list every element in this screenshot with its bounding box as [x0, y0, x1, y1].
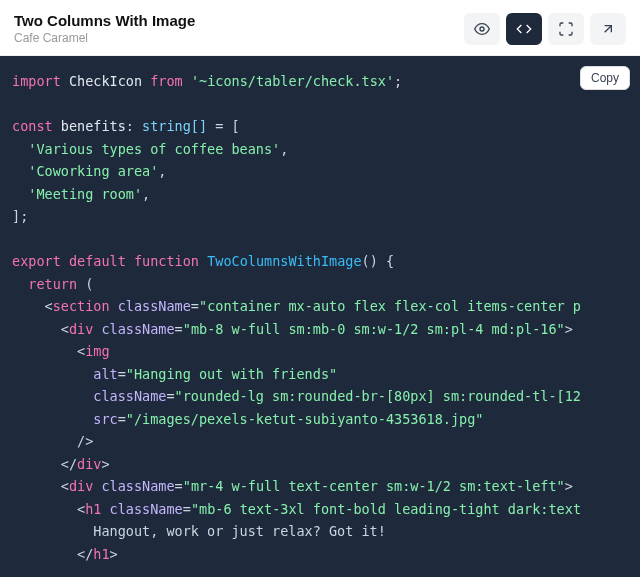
code-panel: Copy import CheckIcon from '~icons/table… [0, 56, 640, 577]
toolbar [464, 13, 626, 45]
external-link-icon [600, 21, 616, 37]
code-icon [516, 21, 532, 37]
svg-line-1 [605, 25, 612, 32]
open-button[interactable] [590, 13, 626, 45]
eye-icon [474, 21, 490, 37]
expand-icon [558, 21, 574, 37]
page-title: Two Columns With Image [14, 12, 195, 29]
copy-button[interactable]: Copy [580, 66, 630, 90]
page-subtitle: Cafe Caramel [14, 31, 195, 45]
expand-button[interactable] [548, 13, 584, 45]
code-button[interactable] [506, 13, 542, 45]
header: Two Columns With Image Cafe Caramel [0, 0, 640, 56]
preview-button[interactable] [464, 13, 500, 45]
header-text: Two Columns With Image Cafe Caramel [14, 12, 195, 45]
code-block: import CheckIcon from '~icons/tabler/che… [0, 56, 640, 577]
svg-point-0 [480, 27, 484, 31]
